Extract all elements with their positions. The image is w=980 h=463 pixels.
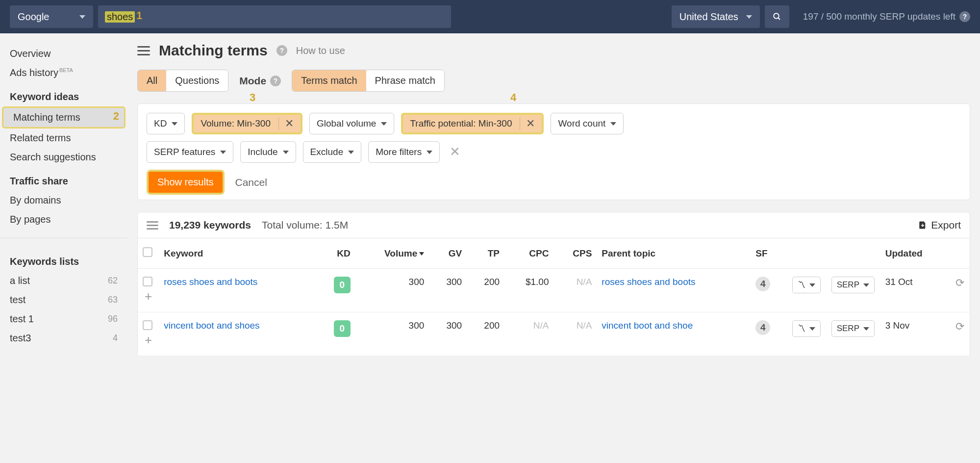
search-engine-select[interactable]: Google bbox=[10, 5, 93, 28]
cell-volume: 300 bbox=[355, 312, 429, 356]
how-to-use-link[interactable]: How to use bbox=[296, 45, 345, 56]
tab-all[interactable]: All bbox=[138, 70, 166, 91]
cancel-button[interactable]: Cancel bbox=[235, 177, 267, 188]
col-cpc[interactable]: CPC bbox=[504, 238, 553, 269]
serp-updates-status: 197 / 500 monthly SERP updates left ? bbox=[803, 11, 970, 22]
col-cps[interactable]: CPS bbox=[553, 238, 597, 269]
parent-topic-link[interactable]: vincent boot and shoe bbox=[602, 320, 693, 331]
sidebar-item-by-pages[interactable]: By pages bbox=[0, 210, 127, 229]
list-count: 4 bbox=[113, 333, 118, 343]
sidebar-item-overview[interactable]: Overview bbox=[0, 44, 127, 63]
clear-filters-button[interactable]: ✕ bbox=[447, 141, 463, 163]
serp-dropdown[interactable]: SERP bbox=[831, 320, 875, 337]
search-button[interactable] bbox=[765, 5, 789, 28]
svg-point-0 bbox=[774, 13, 779, 19]
chevron-down-icon bbox=[427, 151, 432, 154]
chevron-down-icon bbox=[863, 327, 869, 331]
sidebar-section-keyword-ideas: Keyword ideas bbox=[0, 82, 127, 106]
export-button[interactable]: Export bbox=[918, 219, 961, 231]
show-results-button[interactable]: Show results bbox=[147, 170, 225, 195]
expand-icon[interactable]: + bbox=[143, 333, 154, 347]
list-count: 63 bbox=[108, 295, 118, 305]
list-count: 96 bbox=[108, 314, 118, 324]
table-row: + roses shoes and boots 0 300 300 200 $1… bbox=[138, 269, 970, 312]
country-select[interactable]: United States bbox=[672, 5, 760, 28]
cell-gv: 300 bbox=[429, 269, 467, 312]
close-icon[interactable]: ✕ bbox=[520, 117, 535, 130]
list-icon[interactable] bbox=[147, 221, 158, 230]
export-label: Export bbox=[931, 219, 961, 231]
annotation-4: 4 bbox=[510, 91, 516, 104]
select-all-checkbox[interactable] bbox=[143, 247, 152, 257]
sidebar-item-ads-history[interactable]: Ads historyBETA bbox=[0, 63, 127, 82]
page-title: Matching terms bbox=[159, 42, 268, 59]
chevron-down-icon bbox=[610, 122, 616, 126]
tab-questions[interactable]: Questions bbox=[166, 70, 228, 91]
list-count: 62 bbox=[108, 276, 118, 286]
col-keyword[interactable]: Keyword bbox=[159, 238, 316, 269]
sidebar-list-item[interactable]: test 196 bbox=[0, 309, 127, 329]
row-checkbox[interactable] bbox=[143, 320, 152, 330]
filter-kd[interactable]: KD bbox=[147, 113, 185, 134]
filter-exclude[interactable]: Exclude bbox=[303, 141, 362, 163]
kd-badge: 0 bbox=[334, 320, 351, 337]
list-name: test bbox=[10, 294, 25, 306]
filter-include[interactable]: Include bbox=[240, 141, 296, 163]
filter-more[interactable]: More filters bbox=[368, 141, 440, 163]
sidebar-item-by-domains[interactable]: By domains bbox=[0, 191, 127, 210]
cell-cps: N/A bbox=[577, 277, 592, 287]
sidebar-list-item[interactable]: a list62 bbox=[0, 271, 127, 290]
refresh-icon[interactable]: ⟳ bbox=[955, 277, 964, 289]
col-kd[interactable]: KD bbox=[316, 238, 355, 269]
filter-word-count[interactable]: Word count bbox=[551, 113, 624, 134]
sidebar-item-matching-terms[interactable]: Matching terms 2 bbox=[2, 106, 126, 129]
filter-serp-features[interactable]: SERP features bbox=[147, 141, 233, 163]
tab-terms-match[interactable]: Terms match bbox=[292, 70, 366, 91]
parent-topic-link[interactable]: roses shoes and boots bbox=[602, 277, 695, 287]
trend-dropdown[interactable]: 〽 bbox=[792, 277, 821, 293]
keyword-link[interactable]: vincent boot and shoes bbox=[164, 320, 259, 331]
cell-cps: N/A bbox=[577, 320, 592, 331]
menu-icon[interactable] bbox=[137, 46, 150, 55]
sidebar-item-search-suggestions[interactable]: Search suggestions bbox=[0, 148, 127, 167]
help-icon[interactable]: ? bbox=[276, 45, 287, 56]
tab-phrase-match[interactable]: Phrase match bbox=[366, 70, 444, 91]
download-icon bbox=[918, 220, 927, 230]
filter-global-volume[interactable]: Global volume bbox=[309, 113, 394, 134]
chevron-down-icon bbox=[172, 122, 177, 126]
sidebar-list-item[interactable]: test63 bbox=[0, 290, 127, 309]
serp-dropdown[interactable]: SERP bbox=[831, 277, 875, 293]
sidebar-item-label: Overview bbox=[10, 48, 50, 59]
row-checkbox[interactable] bbox=[143, 277, 152, 286]
refresh-icon[interactable]: ⟳ bbox=[955, 320, 964, 333]
total-volume: Total volume: 1.5M bbox=[262, 219, 348, 231]
trend-dropdown[interactable]: 〽 bbox=[792, 320, 821, 337]
col-gv[interactable]: GV bbox=[429, 238, 467, 269]
sidebar-item-label: Matching terms bbox=[13, 112, 80, 123]
keyword-search-input[interactable]: shoes 1 bbox=[98, 5, 451, 28]
sf-badge: 4 bbox=[755, 277, 770, 291]
help-icon[interactable]: ? bbox=[959, 11, 970, 22]
col-parent[interactable]: Parent topic bbox=[597, 238, 751, 269]
filter-traffic-potential[interactable]: Traffic potential: Min-300 ✕ bbox=[401, 113, 544, 134]
chevron-down-icon bbox=[809, 327, 815, 331]
sf-badge: 4 bbox=[755, 320, 770, 335]
results-table: Keyword KD Volume GV TP CPC CPS Parent t… bbox=[137, 238, 970, 356]
col-sf[interactable]: SF bbox=[751, 238, 787, 269]
col-updated[interactable]: Updated bbox=[880, 238, 951, 269]
filter-volume[interactable]: Volume: Min-300 ✕ bbox=[192, 113, 302, 134]
chevron-down-icon bbox=[809, 283, 815, 287]
serp-updates-text: 197 / 500 monthly SERP updates left bbox=[803, 11, 955, 22]
keyword-link[interactable]: roses shoes and boots bbox=[164, 277, 257, 287]
close-icon[interactable]: ✕ bbox=[278, 117, 294, 130]
col-volume[interactable]: Volume bbox=[355, 238, 429, 269]
content-type-tabs: All Questions bbox=[137, 70, 228, 92]
serp-label: SERP bbox=[837, 324, 859, 334]
sidebar-list-item[interactable]: test34 bbox=[0, 329, 127, 348]
sidebar-item-label: Ads historyBETA bbox=[10, 67, 73, 78]
country-label: United States bbox=[679, 11, 738, 23]
sidebar-item-related-terms[interactable]: Related terms bbox=[0, 129, 127, 148]
col-tp[interactable]: TP bbox=[467, 238, 504, 269]
expand-icon[interactable]: + bbox=[143, 289, 154, 304]
help-icon[interactable]: ? bbox=[270, 76, 281, 86]
